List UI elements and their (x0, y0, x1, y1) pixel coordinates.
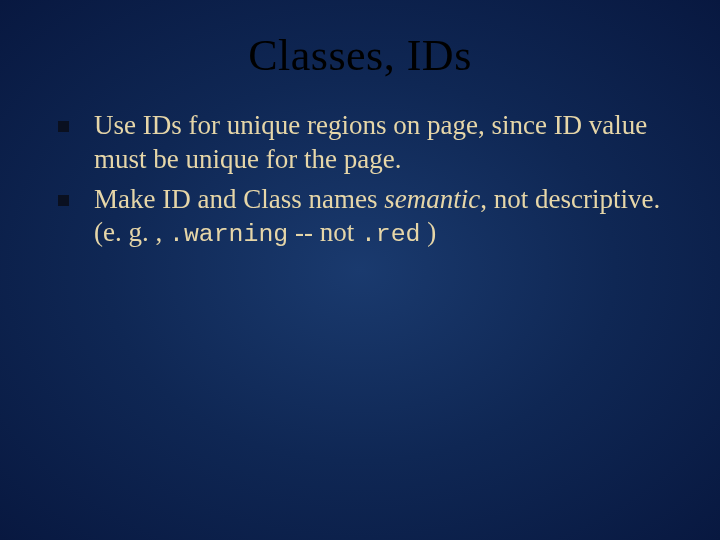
code-example-bad: .red (361, 220, 421, 248)
slide-title: Classes, IDs (40, 30, 680, 81)
bullet-text-post: ) (421, 217, 437, 247)
bullet-text-emphasis: semantic (384, 184, 480, 214)
bullet-text: Use IDs for unique regions on page, sinc… (94, 110, 647, 174)
bullet-list: Use IDs for unique regions on page, sinc… (40, 109, 680, 250)
list-item: Make ID and Class names semantic, not de… (58, 183, 680, 251)
code-example-good: .warning (169, 220, 288, 248)
bullet-text-pre: Make ID and Class names (94, 184, 384, 214)
list-item: Use IDs for unique regions on page, sinc… (58, 109, 680, 177)
slide: Classes, IDs Use IDs for unique regions … (0, 0, 720, 540)
bullet-text-sep: -- not (288, 217, 361, 247)
